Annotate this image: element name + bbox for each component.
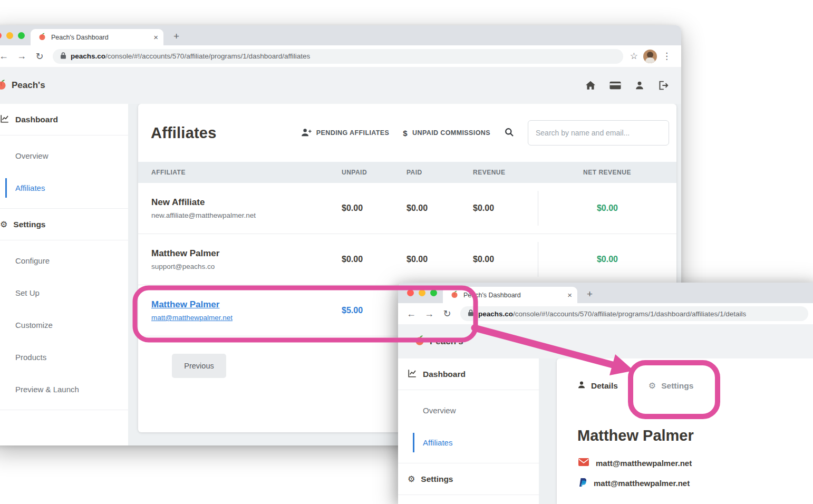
browser-tab[interactable]: Peach's Dashboard ×: [31, 29, 163, 45]
sidebar-item-customize[interactable]: Customize: [0, 309, 128, 341]
url-host: peachs.co: [478, 310, 513, 318]
unpaid-commissions-button[interactable]: $ UNPAID COMMISSIONS: [403, 129, 490, 138]
affiliate-email-value: matt@matthewpalmer.net: [596, 459, 692, 468]
sidebar-item-overview[interactable]: Overview: [0, 140, 128, 172]
account-person-icon[interactable]: [635, 81, 644, 90]
sidebar-section-dashboard[interactable]: Dashboard: [398, 358, 539, 390]
url-field[interactable]: peachs.co/console/#!/accounts/570/affili…: [460, 306, 808, 321]
brand: Peach's: [414, 334, 463, 348]
affiliate-cell: Matthew Palmer matt@matthewpalmer.net: [151, 299, 342, 322]
url-field[interactable]: peachs.co/console/#!/accounts/570/affili…: [53, 49, 623, 64]
back-icon[interactable]: ←: [0, 51, 13, 62]
minimize-window-button[interactable]: [6, 32, 13, 39]
back-icon[interactable]: ←: [402, 308, 420, 319]
sidebar-section-settings[interactable]: ⚙ Settings: [398, 463, 539, 495]
forward-icon[interactable]: →: [420, 308, 438, 319]
minimize-window-button[interactable]: [419, 289, 425, 296]
peach-logo-icon: [0, 79, 7, 93]
sidebar-section-label: Settings: [421, 474, 453, 484]
close-tab-icon[interactable]: ×: [567, 290, 572, 299]
lock-icon: [468, 309, 474, 318]
affiliate-detail-card: Details ⚙ Settings Matthew Palmer matt@m…: [557, 358, 813, 504]
tab-title: Peach's Dashboard: [463, 292, 563, 299]
reload-icon[interactable]: ↻: [438, 308, 456, 319]
billing-card-icon[interactable]: [609, 81, 621, 90]
search-icon[interactable]: [504, 127, 514, 139]
browser-tab[interactable]: Peach's Dashboard ×: [443, 287, 577, 303]
sidebar-item-affiliates[interactable]: Affiliates: [398, 427, 539, 459]
column-header-revenue: REVENUE: [473, 169, 538, 176]
table-row[interactable]: Matthew Palmer support@peachs.co $0.00 $…: [138, 234, 676, 285]
new-tab-button[interactable]: +: [587, 288, 593, 300]
url-path: /console/#!/accounts/570/affiliate/progr…: [105, 52, 310, 60]
home-icon[interactable]: [585, 81, 596, 90]
close-window-button[interactable]: [0, 32, 2, 39]
previous-button[interactable]: Previous: [172, 354, 226, 378]
tab-title: Peach's Dashboard: [51, 34, 149, 41]
paypal-icon: [578, 478, 587, 489]
reload-icon[interactable]: ↻: [31, 51, 49, 62]
sidebar-item-products[interactable]: Products: [0, 341, 128, 373]
traffic-lights: [0, 32, 25, 39]
tab-details[interactable]: Details: [577, 381, 618, 391]
affiliate-cell: New Affiliate new.affiliate@matthewpalme…: [151, 197, 342, 219]
detail-tabs: Details ⚙ Settings: [557, 358, 813, 391]
brand-name: Peach's: [12, 80, 45, 91]
sidebar-dashboard-items: Overview Affiliates: [0, 135, 128, 209]
peach-logo-icon: [414, 334, 425, 348]
column-header-affiliate: AFFILIATE: [151, 169, 342, 176]
sidebar-section-settings[interactable]: ⚙ Settings: [0, 209, 128, 240]
affiliate-name-link[interactable]: Matthew Palmer: [151, 299, 342, 310]
affiliate-paypal-value: matt@matthewpalmer.net: [594, 479, 690, 488]
sidebar-item-preview-launch[interactable]: Preview & Launch: [0, 373, 128, 405]
dashboard-chart-icon: [0, 114, 9, 125]
sidebar-section-label: Dashboard: [15, 115, 58, 124]
tab-strip: Peach's Dashboard × +: [398, 283, 813, 303]
url-text: peachs.co/console/#!/accounts/570/affili…: [71, 52, 310, 60]
pending-affiliates-button[interactable]: PENDING AFFILIATES: [301, 128, 389, 138]
affiliate-detail-title: Matthew Palmer: [577, 427, 813, 444]
sidebar-item-overview[interactable]: Overview: [398, 394, 539, 427]
dashboard-chart-icon: [408, 369, 417, 380]
table-row[interactable]: New Affiliate new.affiliate@matthewpalme…: [138, 183, 676, 234]
lock-icon: [60, 52, 66, 61]
person-icon: [577, 381, 586, 391]
new-tab-button[interactable]: +: [173, 31, 179, 42]
column-header-unpaid: UNPAID: [342, 169, 406, 176]
tab-settings[interactable]: ⚙ Settings: [649, 381, 694, 391]
paid-value: $0.00: [406, 203, 473, 213]
tab-strip: Peach's Dashboard × +: [0, 25, 681, 45]
affiliate-name: New Affiliate: [151, 197, 342, 208]
column-header-net-revenue: NET REVENUE: [583, 169, 631, 176]
bookmark-star-icon[interactable]: ☆: [630, 51, 638, 62]
sidebar-section-dashboard[interactable]: Dashboard: [0, 104, 128, 135]
zoom-window-button[interactable]: [430, 289, 437, 296]
forward-icon[interactable]: →: [13, 51, 31, 62]
browser-window-affiliate-details: Peach's Dashboard × + ← → ↻ peachs.co/co…: [398, 283, 813, 504]
browser-profile-avatar[interactable]: [643, 50, 657, 63]
zoom-window-button[interactable]: [18, 32, 25, 39]
sidebar-item-configure[interactable]: Configure: [0, 245, 128, 277]
affiliates-toolbar: PENDING AFFILIATES $ UNPAID COMMISSIONS: [301, 120, 669, 146]
affiliate-email: new.affiliate@matthewpalmer.net: [151, 211, 342, 219]
affiliate-email: support@peachs.co: [151, 263, 342, 270]
sidebar: Dashboard Overview Affiliates ⚙ Settings: [398, 358, 539, 504]
app-header: Peach's: [398, 324, 813, 358]
close-window-button[interactable]: [407, 289, 414, 296]
affiliate-paypal-row: matt@matthewpalmer.net: [578, 478, 813, 489]
affiliate-email-row: matt@matthewpalmer.net: [578, 458, 813, 468]
unpaid-value: $0.00: [342, 255, 406, 264]
main-content: Details ⚙ Settings Matthew Palmer matt@m…: [539, 358, 813, 504]
sidebar-item-affiliates[interactable]: Affiliates: [0, 172, 128, 204]
sidebar-item-set-up[interactable]: Set Up: [0, 277, 128, 309]
brand: Peach's: [0, 79, 45, 93]
browser-menu-icon[interactable]: ⋮: [662, 51, 671, 62]
affiliate-email-link[interactable]: matt@matthewpalmer.net: [151, 314, 342, 322]
sign-out-icon[interactable]: [658, 81, 669, 90]
address-bar: ← → ↻ peachs.co/console/#!/accounts/570/…: [0, 45, 681, 67]
close-tab-icon[interactable]: ×: [153, 33, 158, 42]
revenue-value: $0.00: [473, 255, 538, 264]
search-input[interactable]: [528, 120, 669, 146]
unpaid-value: $5.00: [342, 306, 406, 315]
affiliate-name: Matthew Palmer: [151, 248, 342, 259]
